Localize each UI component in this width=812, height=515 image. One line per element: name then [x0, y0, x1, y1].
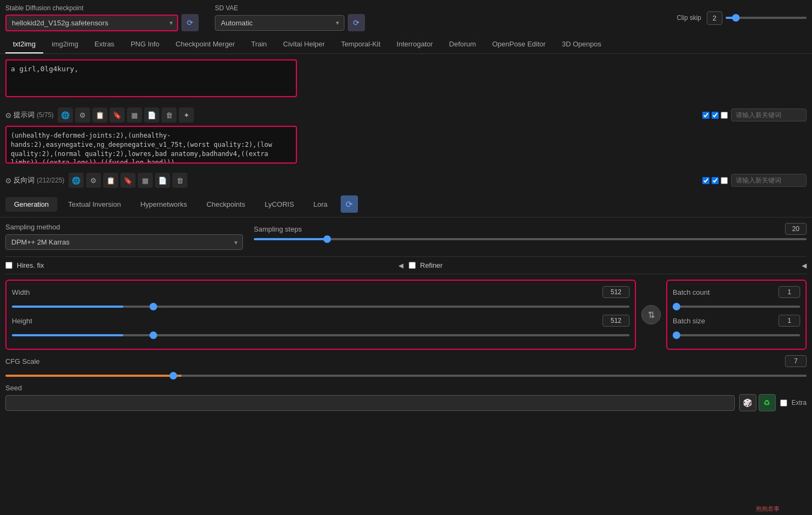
- grid-icon-btn[interactable]: ▦: [127, 107, 142, 123]
- trash-icon-btn[interactable]: 🗑: [161, 107, 177, 123]
- neg-copy-icon-btn[interactable]: 📋: [103, 173, 118, 188]
- vae-select[interactable]: Automatic: [215, 15, 344, 31]
- generation-content: Sampling method DPM++ 2M Karras Sampling…: [0, 218, 812, 417]
- neg-globe-icon-btn[interactable]: 🌐: [69, 173, 84, 188]
- refiner-checkbox[interactable]: [409, 262, 416, 269]
- cfg-slider[interactable]: [5, 375, 807, 377]
- seed-label: Seed: [5, 384, 807, 392]
- seed-recycle-btn[interactable]: ♻: [759, 394, 776, 411]
- positive-keyword-input[interactable]: [731, 109, 807, 121]
- width-label: Width: [12, 288, 30, 296]
- sampling-steps-label: Sampling steps: [254, 225, 302, 233]
- negative-prompt-input[interactable]: (unhealthy-deformed-joints:2),(unhealthy…: [5, 126, 297, 164]
- size-group: Width 512 Height 512: [5, 280, 636, 350]
- seed-random-btn[interactable]: 🎲: [739, 394, 756, 411]
- top-bar: Stable Diffusion checkpoint hellokid2d_V…: [0, 0, 812, 36]
- negative-checkbox1[interactable]: [702, 177, 709, 184]
- batch-count-field: Batch count 1: [673, 286, 800, 309]
- clip-value: 2: [707, 11, 722, 25]
- gen-tab-refresh-btn[interactable]: ⟳: [341, 195, 358, 213]
- tab-deforum[interactable]: Deforum: [442, 36, 484, 53]
- neg-paste-icon-btn[interactable]: 📄: [155, 173, 170, 188]
- hires-group: Hires. fix ◀: [5, 261, 403, 269]
- batch-size-slider[interactable]: [673, 334, 800, 336]
- tab-checkpoint-merger[interactable]: Checkpoint Merger: [168, 36, 242, 53]
- batch-size-field: Batch size 1: [673, 315, 800, 338]
- positive-checkbox-group: [702, 112, 728, 119]
- neg-trash-icon-btn[interactable]: 🗑: [172, 173, 187, 188]
- seed-extra-checkbox[interactable]: [780, 399, 787, 406]
- globe-icon-btn[interactable]: 🌐: [58, 107, 73, 123]
- batch-count-value: 1: [779, 286, 800, 298]
- positive-prompt-input[interactable]: a girl,0lg4kury,: [5, 59, 297, 97]
- neg-grid-icon-btn[interactable]: ▦: [138, 173, 153, 188]
- vae-refresh-btn[interactable]: ⟳: [348, 14, 365, 31]
- tab-img2img[interactable]: img2img: [44, 36, 86, 53]
- negative-prompt-right: [702, 174, 807, 187]
- sampling-steps-slider[interactable]: [254, 238, 807, 240]
- tab-openpose[interactable]: OpenPose Editor: [485, 36, 553, 53]
- positive-checkbox2[interactable]: [712, 112, 719, 119]
- tab-txt2img[interactable]: txt2img: [5, 36, 43, 53]
- gen-tab-generation[interactable]: Generation: [5, 197, 57, 212]
- vae-row: Automatic ⟳: [215, 14, 365, 31]
- batch-size-label: Batch size: [673, 317, 705, 325]
- main-tabs-bar: txt2img img2img Extras PNG Info Checkpoi…: [0, 36, 812, 54]
- tab-3d-openpos[interactable]: 3D Openpos: [554, 36, 609, 53]
- negative-count: (212/225): [37, 177, 64, 184]
- refiner-label: Refiner: [420, 261, 443, 269]
- neg-bookmark-icon-btn[interactable]: 🔖: [120, 173, 136, 188]
- checkpoint-select-wrapper: hellokid2d_V152g.safetensors: [5, 15, 178, 31]
- copy-icon-btn[interactable]: 📋: [92, 107, 107, 123]
- negative-prompt-label: ⊙ 反向词 (212/225): [5, 175, 64, 185]
- hires-expand-btn[interactable]: ◀: [398, 262, 403, 269]
- tab-temporal[interactable]: Temporal-Kit: [334, 36, 388, 53]
- gen-tabs-bar: Generation Textual Inversion Hypernetwor…: [0, 191, 812, 218]
- gen-tab-lora[interactable]: Lora: [305, 197, 336, 212]
- gen-tab-lycoris[interactable]: LyCORIS: [256, 197, 302, 212]
- checkpoint-label: Stable Diffusion checkpoint: [5, 4, 199, 12]
- negative-keyword-input[interactable]: [731, 174, 807, 187]
- negative-checkbox3[interactable]: [721, 177, 728, 184]
- refiner-group: Refiner ◀: [409, 261, 807, 269]
- checkpoint-refresh-btn[interactable]: ⟳: [181, 14, 199, 31]
- bookmark-icon-btn[interactable]: 🔖: [110, 107, 125, 123]
- width-slider[interactable]: [12, 306, 630, 308]
- gen-tab-hypernetworks[interactable]: Hypernetworks: [132, 197, 196, 212]
- seed-input[interactable]: -1: [5, 395, 735, 411]
- width-field: Width 512: [12, 286, 630, 309]
- clip-skip-slider[interactable]: [726, 17, 807, 19]
- negative-checkbox2[interactable]: [712, 177, 719, 184]
- tab-interrogator[interactable]: Interrogator: [389, 36, 441, 53]
- checkpoint-select[interactable]: hellokid2d_V152g.safetensors: [5, 15, 178, 31]
- sampling-method-select[interactable]: DPM++ 2M Karras: [5, 234, 243, 250]
- tab-train[interactable]: Train: [243, 36, 274, 53]
- up-arrow-icon: ⊙: [5, 111, 11, 119]
- height-value: 512: [603, 315, 630, 327]
- positive-prompt-label: ⊙ 提示词 (5/75): [5, 110, 53, 120]
- tab-extras[interactable]: Extras: [87, 36, 122, 53]
- batch-count-slider[interactable]: [673, 306, 800, 308]
- seed-section: Seed -1 🎲 ♻ Extra: [5, 384, 807, 411]
- gen-tab-checkpoints[interactable]: Checkpoints: [198, 197, 254, 212]
- refiner-expand-btn[interactable]: ◀: [802, 262, 807, 269]
- paste-icon-btn[interactable]: 📄: [144, 107, 159, 123]
- tab-png-info[interactable]: PNG Info: [123, 36, 167, 53]
- positive-prompt-area: a girl,0lg4kury,: [0, 54, 812, 104]
- swap-dimensions-btn[interactable]: ⇅: [641, 305, 661, 324]
- magic-icon-btn[interactable]: ✦: [179, 107, 194, 123]
- hires-fix-checkbox[interactable]: [5, 262, 12, 269]
- neg-settings-icon-btn[interactable]: ⚙: [86, 173, 101, 188]
- positive-count: (5/75): [37, 111, 53, 119]
- tab-civitai[interactable]: Civitai Helper: [275, 36, 332, 53]
- gen-tab-textual-inversion[interactable]: Textual Inversion: [59, 197, 130, 212]
- settings-icon-btn[interactable]: ⚙: [75, 107, 90, 123]
- negative-toolbar-icons: 🌐 ⚙ 📋 🔖 ▦ 📄 🗑: [69, 173, 187, 188]
- batch-size-value: 1: [779, 315, 800, 327]
- positive-checkbox3[interactable]: [721, 112, 728, 119]
- batch-count-label: Batch count: [673, 288, 710, 296]
- hires-refiner-row: Hires. fix ◀ Refiner ◀: [5, 256, 807, 274]
- height-slider[interactable]: [12, 334, 630, 336]
- positive-checkbox1[interactable]: [702, 112, 709, 119]
- cfg-header: CFG Scale 7: [5, 355, 807, 367]
